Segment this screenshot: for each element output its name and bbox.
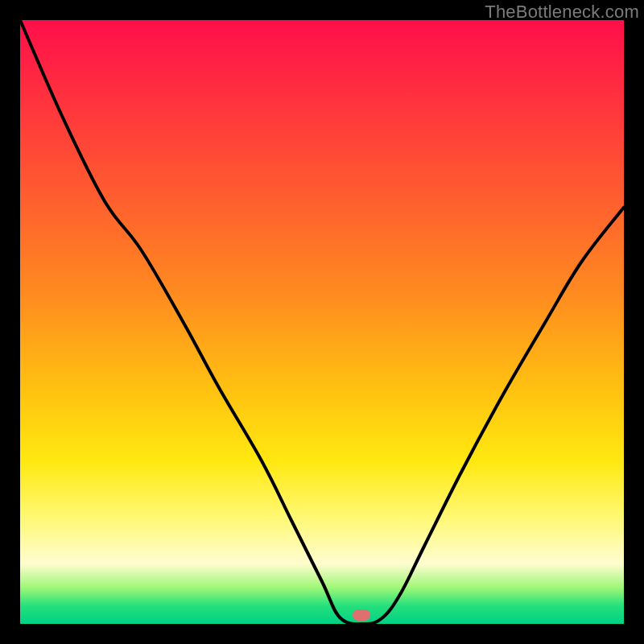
watermark-text: TheBottleneck.com [485,2,639,23]
outer-frame: TheBottleneck.com [0,0,644,644]
curve-path [20,20,624,624]
bottleneck-curve [20,20,624,624]
gradient-plot-area [20,20,624,624]
